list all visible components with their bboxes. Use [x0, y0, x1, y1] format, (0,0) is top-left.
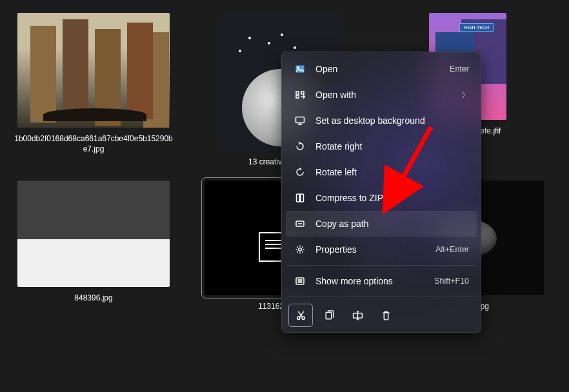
- menu-label: Show more options: [315, 276, 434, 286]
- menu-set-background[interactable]: Set as desktop background: [286, 108, 477, 133]
- menu-open-with[interactable]: Open with 〉: [286, 82, 477, 108]
- desktop-icon: [294, 115, 306, 126]
- file-name: 848396.jpg: [74, 293, 112, 304]
- svg-rect-5: [296, 117, 304, 123]
- menu-copy-as-path[interactable]: Copy as path: [286, 211, 477, 237]
- menu-separator: [287, 265, 475, 266]
- copy-button[interactable]: [317, 304, 341, 327]
- delete-button[interactable]: [374, 304, 398, 327]
- menu-separator: [287, 297, 475, 297]
- menu-label: Rotate left: [315, 167, 469, 177]
- delete-icon: [381, 310, 392, 321]
- menu-properties[interactable]: Properties Alt+Enter: [286, 237, 477, 262]
- svg-point-10: [297, 317, 299, 319]
- copy-icon: [324, 310, 335, 321]
- svg-rect-2: [296, 92, 299, 94]
- menu-accelerator: Enter: [450, 64, 469, 74]
- menu-show-more[interactable]: Show more options Shift+F10: [286, 268, 477, 294]
- svg-rect-12: [326, 312, 332, 319]
- menu-label: Compress to ZIP file: [315, 193, 469, 203]
- menu-label: Rotate right: [315, 141, 469, 152]
- svg-point-11: [302, 317, 304, 319]
- thumbnail[interactable]: [17, 181, 170, 287]
- rotate-right-icon: [294, 141, 306, 152]
- file-item[interactable]: 1b00db2f0168d68ca661a67cbe4f0e5b15290be7…: [13, 13, 174, 168]
- file-name: 1b00db2f0168d68ca661a67cbe4f0e5b15290be7…: [13, 134, 174, 154]
- cut-button[interactable]: [288, 304, 313, 327]
- thumbnail[interactable]: [17, 13, 170, 128]
- menu-open[interactable]: Open Enter: [286, 56, 477, 82]
- menu-label: Properties: [315, 244, 435, 255]
- zip-icon: [294, 193, 306, 203]
- svg-rect-4: [296, 95, 299, 98]
- show-more-icon: [294, 276, 306, 286]
- chevron-right-icon: 〉: [462, 90, 469, 100]
- file-item[interactable]: 848396.jpg: [13, 181, 174, 312]
- context-menu: Open Enter Open with 〉 Set as desktop ba…: [281, 52, 481, 333]
- image-icon: [294, 64, 306, 74]
- svg-point-1: [297, 67, 299, 68]
- action-bar: [286, 300, 477, 328]
- menu-accelerator: Alt+Enter: [435, 245, 469, 254]
- menu-rotate-right[interactable]: Rotate right: [286, 133, 477, 159]
- menu-label: Set as desktop background: [315, 115, 469, 126]
- properties-icon: [294, 244, 306, 255]
- svg-point-8: [299, 248, 301, 251]
- rename-icon: [352, 310, 363, 321]
- menu-label: Copy as path: [315, 219, 469, 229]
- svg-rect-0: [296, 66, 304, 73]
- rename-button[interactable]: [345, 304, 370, 327]
- rotate-left-icon: [294, 167, 306, 177]
- open-with-icon: [294, 90, 306, 100]
- copy-path-icon: [294, 219, 306, 229]
- menu-compress-zip[interactable]: Compress to ZIP file: [286, 185, 477, 211]
- menu-label: Open with: [315, 90, 462, 100]
- cut-icon: [295, 310, 306, 321]
- menu-label: Open: [315, 64, 450, 74]
- svg-rect-3: [301, 92, 304, 94]
- menu-rotate-left[interactable]: Rotate left: [286, 159, 477, 185]
- menu-accelerator: Shift+F10: [434, 277, 469, 286]
